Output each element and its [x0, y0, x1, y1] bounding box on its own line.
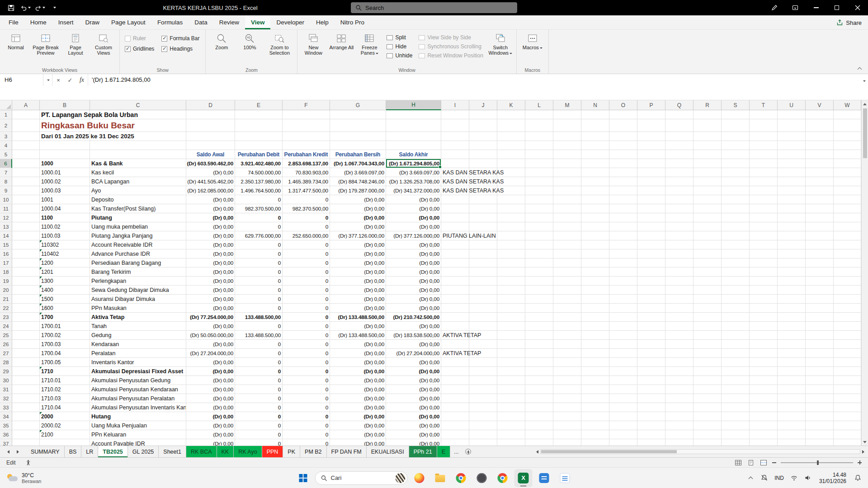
cell-A29[interactable] [12, 367, 40, 376]
chrome-icon-2[interactable] [494, 469, 512, 487]
cell-N10[interactable] [581, 195, 609, 204]
cell-S25[interactable] [722, 331, 750, 340]
column-header-I[interactable]: I [441, 100, 469, 110]
cell-I32[interactable] [441, 394, 469, 403]
cell-L2[interactable] [525, 119, 553, 132]
cell-A14[interactable] [12, 231, 40, 240]
cell-W16[interactable] [834, 249, 861, 258]
cell-S37[interactable] [722, 439, 750, 446]
cell-C12[interactable]: Piutang [90, 213, 186, 222]
cell-J1[interactable] [469, 110, 497, 119]
cell-V27[interactable] [806, 349, 834, 358]
cell-Q1[interactable] [665, 110, 693, 119]
cell-U33[interactable] [778, 403, 806, 412]
cell-W20[interactable] [834, 286, 861, 295]
cell-B3[interactable]: Dari 01 Jan 2025 ke 31 Dec 2025 [40, 132, 90, 141]
cell-G33[interactable]: (Dr) 0,00 [330, 403, 386, 412]
cell-H14[interactable]: (Dr) 377.126.000,00 [386, 231, 441, 240]
cell-W26[interactable] [834, 340, 861, 349]
cell-A32[interactable] [12, 394, 40, 403]
name-box-dropdown[interactable] [43, 74, 52, 86]
cell-N37[interactable] [581, 439, 609, 446]
cell-R19[interactable] [693, 277, 722, 286]
cell-U2[interactable] [778, 119, 806, 132]
cell-G18[interactable]: (Dr) 0,00 [330, 267, 386, 277]
cell-Q6[interactable] [665, 159, 693, 168]
cell-U29[interactable] [778, 367, 806, 376]
cell-O35[interactable] [609, 421, 637, 430]
zoom-slider-thumb[interactable] [817, 460, 819, 465]
cell-I14[interactable]: PIUTANG LAIN-LAIN [441, 231, 469, 240]
zoom-100-button[interactable]: 100% [236, 31, 264, 66]
cell-G11[interactable]: (Dr) 0,00 [330, 204, 386, 213]
cell-H29[interactable]: (Dr) 0,00 [386, 367, 441, 376]
cell-I10[interactable] [441, 195, 469, 204]
cell-F30[interactable]: 0 [283, 376, 330, 385]
cell-G9[interactable]: (Dr) 179.287.000,00 [330, 186, 386, 195]
cell-I21[interactable] [441, 295, 469, 304]
cell-C21[interactable]: Asuransi Dibayar Dimuka [90, 295, 186, 304]
cell-V10[interactable] [806, 195, 834, 204]
cell-F34[interactable]: 0 [283, 412, 330, 421]
cell-J22[interactable] [469, 304, 497, 313]
formula-bar-expand-button[interactable] [862, 77, 866, 85]
cell-E35[interactable]: 0 [235, 421, 283, 430]
cell-U12[interactable] [778, 213, 806, 222]
cell-W25[interactable] [834, 331, 861, 340]
cell-E37[interactable]: 0 [235, 439, 283, 446]
cell-V5[interactable] [806, 150, 834, 159]
cell-A12[interactable] [12, 213, 40, 222]
cell-S20[interactable] [722, 286, 750, 295]
cell-W7[interactable] [834, 168, 861, 177]
cell-C10[interactable]: Deposito [90, 195, 186, 204]
scroll-left-arrow[interactable] [536, 450, 538, 454]
cell-K32[interactable] [497, 394, 525, 403]
cell-E29[interactable]: 0 [235, 367, 283, 376]
cell-O23[interactable] [609, 313, 637, 322]
cell-R7[interactable] [693, 168, 722, 177]
cell-B20[interactable]: 1400 [40, 286, 90, 295]
cell-O9[interactable] [609, 186, 637, 195]
cell-A18[interactable] [12, 267, 40, 277]
cell-S11[interactable] [722, 204, 750, 213]
cell-D14[interactable]: (Dr) 0,00 [186, 231, 235, 240]
cell-T18[interactable] [750, 267, 778, 277]
cell-K29[interactable] [497, 367, 525, 376]
cell-E9[interactable]: 1.496.764.500,00 [235, 186, 283, 195]
cell-H3[interactable] [386, 132, 441, 141]
cell-I35[interactable] [441, 421, 469, 430]
cell-Q17[interactable] [665, 258, 693, 267]
cell-P34[interactable] [637, 412, 665, 421]
cell-M13[interactable] [553, 222, 581, 231]
ribbon-tab-formulas[interactable]: Formulas [151, 15, 189, 29]
cell-O10[interactable] [609, 195, 637, 204]
cell-G16[interactable]: (Dr) 0,00 [330, 249, 386, 258]
cell-J5[interactable] [469, 150, 497, 159]
cell-O3[interactable] [609, 132, 637, 141]
cell-U3[interactable] [778, 132, 806, 141]
row-header-2[interactable]: 2 [0, 119, 12, 132]
row-header-19[interactable]: 19 [0, 277, 12, 286]
ribbon-tab-view[interactable]: View [245, 15, 271, 29]
column-header-K[interactable]: K [497, 100, 525, 110]
normal-view-shortcut[interactable] [734, 459, 742, 466]
cell-S24[interactable] [722, 322, 750, 331]
cell-F28[interactable]: 0 [283, 358, 330, 367]
cell-J37[interactable] [469, 439, 497, 446]
cell-S9[interactable] [722, 186, 750, 195]
cell-O8[interactable] [609, 177, 637, 186]
cell-D34[interactable]: (Dr) 0,00 [186, 412, 235, 421]
cell-B13[interactable]: 1100.02 [40, 222, 90, 231]
cell-H10[interactable]: (Dr) 0,00 [386, 195, 441, 204]
cell-N18[interactable] [581, 267, 609, 277]
cell-G19[interactable]: (Dr) 0,00 [330, 277, 386, 286]
cell-V34[interactable] [806, 412, 834, 421]
cell-Q31[interactable] [665, 385, 693, 394]
start-button[interactable] [294, 469, 312, 487]
cell-I24[interactable] [441, 322, 469, 331]
cell-K37[interactable] [497, 439, 525, 446]
cell-Q8[interactable] [665, 177, 693, 186]
cell-I22[interactable] [441, 304, 469, 313]
cell-K23[interactable] [497, 313, 525, 322]
cell-B4[interactable] [40, 141, 90, 150]
